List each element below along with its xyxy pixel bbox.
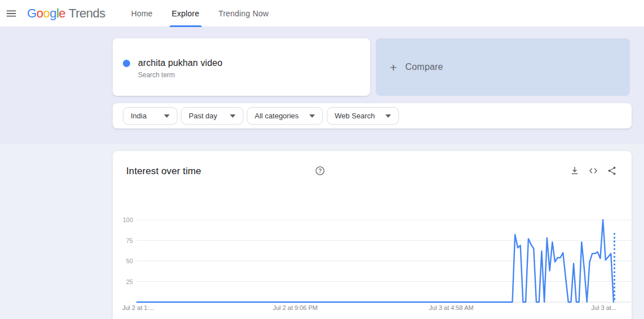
google-logo-letters: Google xyxy=(27,6,65,21)
filter-search-type-dropdown[interactable]: Web Search xyxy=(327,107,399,125)
main-nav: Home Explore Trending Now xyxy=(130,0,287,27)
chevron-down-icon xyxy=(309,114,315,118)
compare-add-card[interactable]: + Compare xyxy=(376,38,630,96)
chart-gridlines xyxy=(137,220,631,302)
chevron-down-icon xyxy=(164,114,170,118)
filter-region-dropdown[interactable]: India xyxy=(123,107,177,125)
x-axis-tick: Jul 3 at... xyxy=(591,304,616,311)
series-color-dot xyxy=(123,60,130,67)
google-trends-logo[interactable]: Google Trends xyxy=(27,6,105,21)
filter-category-dropdown[interactable]: All categories xyxy=(247,107,323,125)
plus-icon: + xyxy=(390,61,397,73)
interest-over-time-card: Interest over time xyxy=(113,151,632,319)
y-axis-tick: 25 xyxy=(113,278,133,285)
y-axis-tick: 50 xyxy=(113,258,133,264)
x-axis-tick: Jul 2 at 9:06 PM xyxy=(273,304,318,311)
google-trends-explore-page: Google Trends Home Explore Trending Now … xyxy=(0,0,644,319)
chevron-down-icon xyxy=(385,114,391,118)
hamburger-icon xyxy=(5,7,17,20)
filter-category-label: All categories xyxy=(255,112,299,120)
chevron-down-icon xyxy=(230,114,236,118)
filter-time-label: Past day xyxy=(189,112,217,120)
app-header: Google Trends Home Explore Trending Now xyxy=(0,0,644,27)
menu-button[interactable] xyxy=(2,4,21,23)
trend-line-chart xyxy=(113,151,632,319)
search-term-text: archita pukhan video xyxy=(138,58,223,68)
nav-item-explore[interactable]: Explore xyxy=(171,0,201,27)
nav-item-home[interactable]: Home xyxy=(130,0,154,27)
compare-label: Compare xyxy=(405,62,443,72)
search-term-card[interactable]: archita pukhan video Search term xyxy=(113,38,370,96)
filter-region-label: India xyxy=(131,112,146,120)
y-axis-tick: 75 xyxy=(113,237,133,244)
search-term-type-label: Search term xyxy=(138,71,175,79)
filter-search-type-label: Web Search xyxy=(335,112,375,120)
nav-item-trending-now[interactable]: Trending Now xyxy=(217,0,270,27)
filter-time-dropdown[interactable]: Past day xyxy=(181,107,243,125)
trends-logo-text: Trends xyxy=(69,6,105,21)
filter-bar: India Past day All categories Web Search xyxy=(113,103,632,129)
x-axis-tick: Jul 3 at 4:58 AM xyxy=(429,304,474,311)
y-axis-tick: 100 xyxy=(113,216,133,223)
x-axis-tick: Jul 2 at 1:... xyxy=(122,304,154,311)
